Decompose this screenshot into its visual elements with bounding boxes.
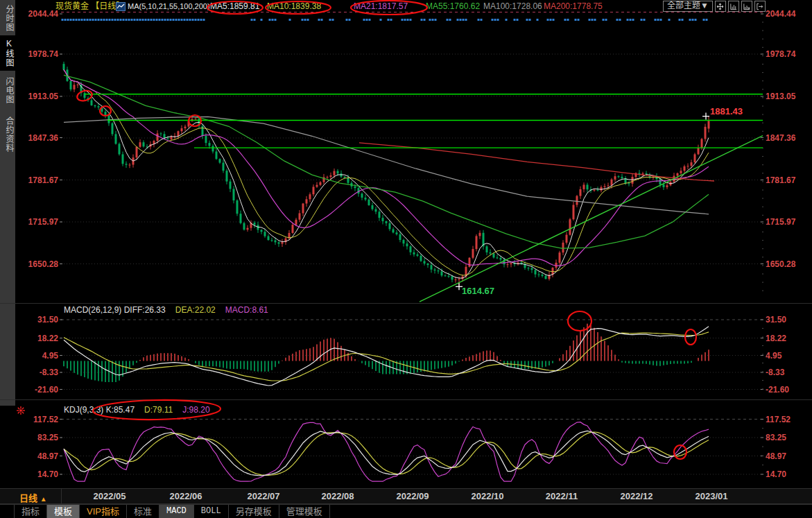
date-label: 2022/07 [248,491,280,501]
y-axis-label-left: 1781.67 [17,175,58,185]
y-axis-label-right: 1650.28 [766,259,810,269]
date-label: 2022/06 [170,491,202,501]
candlestick-chart-icon [116,0,126,12]
chart-export-icon[interactable] [741,1,752,12]
annotation-circle [674,445,686,459]
y-axis-label-right: -8.33 [766,368,810,377]
y-axis-label-left: 14.70 [17,469,58,479]
date-axis-row: 日线 ▲ 2022/052022/062022/072022/082022/09… [0,488,812,504]
y-axis-label-right: 83.25 [766,433,810,442]
y-axis-label-right: 14.70 [766,469,810,479]
y-axis-label-right: 1913.05 [766,92,810,101]
y-axis-label-right: 2044.44 [766,9,810,19]
y-axis-label-left: 1847.36 [17,133,58,143]
tab-indicator[interactable]: 指标 [14,505,47,518]
low-price-label: 1614.67 [462,286,494,296]
annotation-circle [189,115,201,126]
chart-title: 现货黄金 【日线】 [55,0,124,12]
chart-canvas[interactable] [0,0,812,518]
tab-template[interactable]: 模板 [47,505,80,518]
high-price-label: 1881.43 [710,106,743,116]
date-label: 2022/10 [472,491,504,501]
ma-value-2: MA21:1817.57 [354,0,408,12]
y-axis-label-right: 31.50 [766,315,810,325]
bottom-tab-bar: 指标模板VIP指标标准MACDBOLL另存模板管理模板 [0,504,812,518]
y-axis-label-left: 48.97 [17,451,58,461]
tab-macd[interactable]: MACD [159,505,194,518]
date-label: 2022/05 [94,491,126,501]
ma-value-5: MA200:1778.75 [544,0,603,12]
tab-standard[interactable]: 标准 [127,505,159,518]
y-axis-label-right: 117.52 [766,415,810,424]
annotation-circle [685,329,696,345]
date-label: 2022/09 [397,491,429,501]
y-axis-label-right: 18.22 [766,334,810,343]
header-segment: MACD(26,12,9) DIFF:26.33 [64,305,166,315]
macd-header: MACD(26,12,9) DIFF:26.33DEA:22.02MACD:8.… [64,305,278,315]
date-label: 2022/11 [546,491,578,501]
left-sidebar: 分时图K线图闪电图合约资料 [0,0,15,406]
period-arrow-icon: ▲ [40,495,47,503]
date-label: 2022/08 [322,491,354,501]
kdj-header: KDJ(9,3,3) K:85.47D:79.11J:98.20 [64,405,220,415]
y-axis-label-right: 1978.74 [766,49,810,59]
ma-settings-label: MA(5,10,21,55,100,200) [128,0,210,12]
sidebar-item-contract-info[interactable]: 合约资料 [0,113,15,156]
header-segment: MACD:8.61 [225,305,268,315]
date-row-divider [61,489,62,503]
top-bar: 现货黄金 【日线】 MA(5,10,21,55,100,200) MA5:185… [0,0,812,13]
header-segment: DEA:22.02 [175,305,216,315]
period-label: 日线 [19,493,37,503]
y-axis-label-left: 1913.05 [17,92,58,101]
y-axis-label-right: 48.97 [766,451,810,461]
exit-icon[interactable] [754,1,766,12]
ma-value-4: MA100:1728.06 [483,0,542,12]
y-axis-label-left: 117.52 [17,415,58,424]
y-axis-label-left: 1715.97 [17,217,58,227]
y-axis-label-right: 1781.67 [766,175,810,185]
ma-value-1: MA10:1839.38 [267,0,321,12]
y-axis-label-left: 1650.28 [17,259,58,269]
y-axis-label-right: -21.60 [766,385,810,395]
y-axis-label-right: 4.95 [766,351,810,361]
tab-manage-template[interactable]: 管理模板 [279,505,330,518]
period-selector[interactable]: 日线 ▲ [19,491,47,504]
move-icon[interactable] [715,1,726,12]
y-axis-label-left: 31.50 [17,315,58,325]
ma-value-3: MA55:1760.62 [426,0,480,12]
y-axis-label-left: 2044.44 [17,9,58,19]
y-axis-label-right: 1715.97 [766,217,810,227]
ma-value-0: MA5:1859.81 [210,0,259,12]
date-label: 2023/01 [696,491,728,501]
tab-save-as-template[interactable]: 另存模板 [229,505,279,518]
y-axis-label-left: 1978.74 [17,49,58,59]
y-axis-label-right: 1847.36 [766,133,810,143]
header-segment: J:98.20 [182,405,209,415]
annotation-circle [568,311,591,331]
y-axis-label-left: 83.25 [17,433,58,442]
y-axis-label-left: -8.33 [17,368,58,377]
tab-boll[interactable]: BOLL [194,505,229,518]
tab-vip-indicator[interactable]: VIP指标 [80,505,127,518]
y-axis-label-left: 4.95 [17,351,58,361]
y-axis-label-left: 18.22 [17,334,58,343]
annotation-circle [76,89,94,102]
annotation-circle [100,106,111,116]
theme-dropdown-button[interactable]: 全部主题▼ [663,1,713,12]
header-segment: D:79.11 [144,405,173,415]
header-segment: KDJ(9,3,3) K:85.47 [64,405,135,415]
chart-axis-icon[interactable] [728,1,739,12]
sidebar-item-kline-chart[interactable]: K线图 [0,35,15,71]
date-label: 2022/12 [621,491,653,501]
y-axis-label-left: -21.60 [17,385,58,395]
sidebar-item-lightning-chart[interactable]: 闪电图 [0,74,15,107]
